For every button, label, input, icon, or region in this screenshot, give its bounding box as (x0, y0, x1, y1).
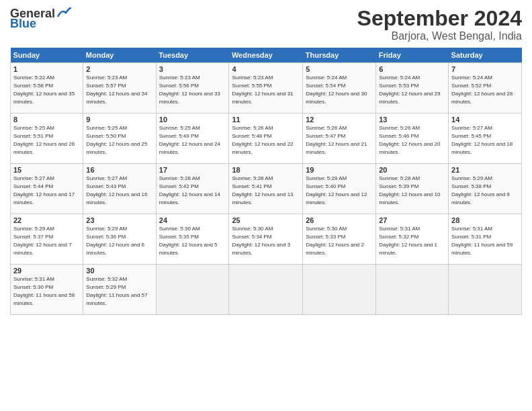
calendar-cell: 18Sunrise: 5:28 AMSunset: 5:41 PMDayligh… (229, 164, 303, 214)
day-number: 13 (379, 116, 445, 124)
calendar-cell (449, 265, 522, 315)
day-number: 17 (159, 166, 226, 174)
day-info: Sunrise: 5:31 AMSunset: 5:32 PMDaylight:… (379, 226, 437, 255)
day-info: Sunrise: 5:24 AMSunset: 5:53 PMDaylight:… (379, 75, 440, 104)
calendar-week-3: 15Sunrise: 5:27 AMSunset: 5:44 PMDayligh… (11, 164, 522, 214)
calendar-cell: 5Sunrise: 5:24 AMSunset: 5:54 PMDaylight… (303, 63, 376, 113)
day-info: Sunrise: 5:23 AMSunset: 5:57 PMDaylight:… (86, 75, 147, 104)
calendar-cell: 6Sunrise: 5:24 AMSunset: 5:53 PMDaylight… (376, 63, 449, 113)
calendar-body: 1Sunrise: 5:22 AMSunset: 5:58 PMDaylight… (11, 63, 522, 315)
calendar-cell (229, 265, 303, 315)
day-info: Sunrise: 5:23 AMSunset: 5:56 PMDaylight:… (159, 75, 220, 104)
day-info: Sunrise: 5:28 AMSunset: 5:42 PMDaylight:… (159, 175, 220, 205)
day-info: Sunrise: 5:31 AMSunset: 5:30 PMDaylight:… (13, 276, 75, 306)
calendar-week-5: 29Sunrise: 5:31 AMSunset: 5:30 PMDayligh… (11, 265, 522, 315)
day-number: 11 (232, 116, 300, 124)
calendar-cell: 26Sunrise: 5:30 AMSunset: 5:33 PMDayligh… (303, 214, 376, 265)
day-info: Sunrise: 5:26 AMSunset: 5:47 PMDaylight:… (306, 125, 367, 154)
day-number: 22 (13, 216, 80, 224)
calendar-cell: 15Sunrise: 5:27 AMSunset: 5:44 PMDayligh… (11, 164, 83, 214)
day-number: 14 (451, 116, 519, 124)
calendar-cell: 10Sunrise: 5:25 AMSunset: 5:49 PMDayligh… (156, 113, 229, 164)
calendar-week-2: 8Sunrise: 5:25 AMSunset: 5:51 PMDaylight… (11, 113, 522, 164)
day-number: 27 (379, 216, 445, 224)
page-container: General Blue September 2024 Barjora, Wes… (0, 0, 532, 411)
day-number: 28 (451, 216, 519, 224)
day-number: 26 (306, 216, 373, 224)
day-number: 10 (159, 116, 226, 124)
day-number: 7 (451, 65, 519, 73)
day-number: 29 (13, 267, 80, 275)
day-info: Sunrise: 5:29 AMSunset: 5:38 PMDaylight:… (451, 175, 510, 205)
col-thursday: Thursday (303, 48, 376, 63)
day-number: 23 (86, 216, 152, 224)
day-info: Sunrise: 5:30 AMSunset: 5:35 PMDaylight:… (159, 226, 218, 255)
calendar-cell: 30Sunrise: 5:32 AMSunset: 5:29 PMDayligh… (83, 265, 156, 315)
logo-icon (56, 7, 71, 18)
day-number: 24 (159, 216, 226, 224)
col-monday: Monday (83, 48, 156, 63)
day-info: Sunrise: 5:28 AMSunset: 5:41 PMDaylight:… (232, 175, 293, 205)
day-number: 19 (306, 166, 373, 174)
day-info: Sunrise: 5:28 AMSunset: 5:40 PMDaylight:… (306, 175, 367, 205)
calendar-cell: 17Sunrise: 5:28 AMSunset: 5:42 PMDayligh… (156, 164, 229, 214)
day-number: 3 (159, 65, 226, 73)
calendar-table: Sunday Monday Tuesday Wednesday Thursday… (10, 48, 522, 315)
calendar-cell: 9Sunrise: 5:25 AMSunset: 5:50 PMDaylight… (83, 113, 156, 164)
calendar-cell: 1Sunrise: 5:22 AMSunset: 5:58 PMDaylight… (11, 63, 83, 113)
day-number: 8 (13, 116, 80, 124)
day-info: Sunrise: 5:27 AMSunset: 5:44 PMDaylight:… (13, 175, 75, 205)
logo-blue: Blue (10, 17, 36, 31)
calendar-cell: 19Sunrise: 5:28 AMSunset: 5:40 PMDayligh… (303, 164, 376, 214)
day-info: Sunrise: 5:25 AMSunset: 5:51 PMDaylight:… (13, 125, 75, 154)
day-info: Sunrise: 5:27 AMSunset: 5:43 PMDaylight:… (86, 175, 147, 205)
calendar-cell: 20Sunrise: 5:28 AMSunset: 5:39 PMDayligh… (376, 164, 449, 214)
month-title: September 2024 (357, 7, 522, 30)
calendar-cell: 4Sunrise: 5:23 AMSunset: 5:55 PMDaylight… (229, 63, 303, 113)
day-info: Sunrise: 5:29 AMSunset: 5:36 PMDaylight:… (86, 226, 144, 255)
day-info: Sunrise: 5:32 AMSunset: 5:29 PMDaylight:… (86, 276, 147, 306)
calendar-cell: 27Sunrise: 5:31 AMSunset: 5:32 PMDayligh… (376, 214, 449, 265)
calendar-cell: 13Sunrise: 5:26 AMSunset: 5:46 PMDayligh… (376, 113, 449, 164)
day-info: Sunrise: 5:24 AMSunset: 5:54 PMDaylight:… (306, 75, 367, 104)
day-number: 21 (451, 166, 519, 174)
day-info: Sunrise: 5:30 AMSunset: 5:34 PMDaylight:… (232, 226, 290, 255)
header-row: Sunday Monday Tuesday Wednesday Thursday… (11, 48, 522, 63)
day-info: Sunrise: 5:26 AMSunset: 5:48 PMDaylight:… (232, 125, 293, 154)
calendar-cell (376, 265, 449, 315)
calendar-cell (303, 265, 376, 315)
calendar-cell: 14Sunrise: 5:27 AMSunset: 5:45 PMDayligh… (449, 113, 522, 164)
title-block: September 2024 Barjora, West Bengal, Ind… (357, 7, 522, 42)
calendar-week-4: 22Sunrise: 5:29 AMSunset: 5:37 PMDayligh… (11, 214, 522, 265)
day-info: Sunrise: 5:25 AMSunset: 5:49 PMDaylight:… (159, 125, 220, 154)
day-number: 15 (13, 166, 80, 174)
header: General Blue September 2024 Barjora, Wes… (10, 7, 522, 42)
col-friday: Friday (376, 48, 449, 63)
calendar-cell: 8Sunrise: 5:25 AMSunset: 5:51 PMDaylight… (11, 113, 83, 164)
col-tuesday: Tuesday (156, 48, 229, 63)
calendar-cell: 12Sunrise: 5:26 AMSunset: 5:47 PMDayligh… (303, 113, 376, 164)
calendar-cell: 29Sunrise: 5:31 AMSunset: 5:30 PMDayligh… (11, 265, 83, 315)
day-number: 18 (232, 166, 300, 174)
col-wednesday: Wednesday (229, 48, 303, 63)
day-info: Sunrise: 5:31 AMSunset: 5:31 PMDaylight:… (451, 226, 513, 255)
day-number: 30 (86, 267, 152, 275)
calendar-cell: 28Sunrise: 5:31 AMSunset: 5:31 PMDayligh… (449, 214, 522, 265)
calendar-cell: 2Sunrise: 5:23 AMSunset: 5:57 PMDaylight… (83, 63, 156, 113)
day-number: 6 (379, 65, 445, 73)
logo: General Blue (10, 7, 71, 31)
calendar-cell: 22Sunrise: 5:29 AMSunset: 5:37 PMDayligh… (11, 214, 83, 265)
day-info: Sunrise: 5:28 AMSunset: 5:39 PMDaylight:… (379, 175, 440, 205)
calendar-cell: 24Sunrise: 5:30 AMSunset: 5:35 PMDayligh… (156, 214, 229, 265)
day-info: Sunrise: 5:27 AMSunset: 5:45 PMDaylight:… (451, 125, 513, 154)
day-number: 16 (86, 166, 152, 174)
day-number: 5 (306, 65, 373, 73)
col-sunday: Sunday (11, 48, 83, 63)
day-number: 9 (86, 116, 152, 124)
col-saturday: Saturday (449, 48, 522, 63)
location-title: Barjora, West Bengal, India (357, 30, 522, 42)
calendar-cell: 25Sunrise: 5:30 AMSunset: 5:34 PMDayligh… (229, 214, 303, 265)
day-info: Sunrise: 5:23 AMSunset: 5:55 PMDaylight:… (232, 75, 293, 104)
calendar-cell (156, 265, 229, 315)
day-info: Sunrise: 5:25 AMSunset: 5:50 PMDaylight:… (86, 125, 147, 154)
